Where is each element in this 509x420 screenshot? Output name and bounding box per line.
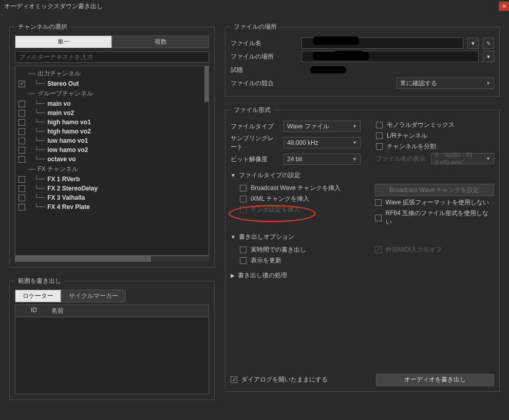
range-table-body[interactable] [15, 317, 209, 394]
bwf-insert-label: Broadcast Wave チャンクを挿入 [251, 184, 341, 193]
tempo-insert-checkbox [240, 206, 247, 213]
titlebar: オーディオミックスダウン書き出し ✕ [0, 0, 509, 12]
bwf-config-button: Broadcast Wave チャンクを設定 [375, 184, 495, 196]
tree-item[interactable]: └──low hamo vo2 [15, 145, 209, 155]
lr-checkbox[interactable] [376, 132, 383, 139]
ext-midi-checkbox [375, 246, 382, 253]
tree-checkbox[interactable] [18, 119, 25, 126]
post-process-header[interactable]: ▶ 書き出し後の処理 [231, 271, 494, 280]
file-format-group: ファイル形式 ファイルタイプ Wave ファイル▼ サンプリングレート 48.0… [225, 106, 500, 392]
preview-label: 試聴 [231, 66, 297, 74]
tree-group-header: ──出力チャンネル [15, 68, 209, 79]
tree-item[interactable]: └──luw hamo vo1 [15, 136, 209, 145]
channel-tree[interactable]: ──出力チャンネル └──Stereo Out──グループチャンネル └──ma… [15, 66, 209, 256]
split-checkbox[interactable] [376, 143, 383, 150]
filename-label: ファイル名 [231, 39, 297, 48]
fname-display-select: 3 : "audio - 01 (Left).wav"▼ [431, 153, 494, 164]
tab-multi[interactable]: 複数 [112, 35, 209, 48]
path-label: ファイルの場所 [231, 52, 297, 61]
update-display-label: 表示を更新 [251, 256, 281, 265]
tree-item[interactable]: └──Stereo Out [15, 79, 209, 88]
keep-dialog-checkbox[interactable] [231, 376, 237, 383]
bitdepth-label: ビット解像度 [231, 155, 279, 164]
horizontal-scrollbar[interactable] [15, 256, 209, 262]
tab-single[interactable]: 単一 [15, 35, 112, 48]
filetype-settings-header[interactable]: ▼ ファイルタイプの設定 [231, 171, 494, 180]
tree-item[interactable]: └──main vo2 [15, 108, 209, 118]
tree-item[interactable]: └──high hamo vo2 [15, 127, 209, 136]
scrollbar-thumb[interactable] [204, 66, 209, 102]
mono-checkbox[interactable] [376, 122, 383, 128]
filename-input[interactable] [301, 37, 463, 49]
export-range-group: 範囲を書き出し ロケーター サイクルマーカー ID 名前 [9, 277, 215, 400]
tree-checkbox[interactable] [18, 81, 25, 87]
export-button[interactable]: オーディオを書き出し [376, 374, 494, 386]
file-format-legend: ファイル形式 [231, 106, 274, 114]
fname-display-label: ファイル名の表示: [376, 155, 427, 163]
tab-locator[interactable]: ロケーター [15, 290, 61, 302]
tree-checkbox[interactable] [18, 176, 25, 183]
triangle-right-icon: ▶ [231, 273, 235, 278]
ixml-insert-checkbox[interactable] [240, 196, 247, 202]
tree-item[interactable]: └──octave vo [15, 155, 209, 164]
tree-checkbox[interactable] [18, 138, 25, 144]
tree-item[interactable]: └──main vo [15, 99, 209, 108]
update-display-checkbox[interactable] [240, 257, 247, 264]
ext-midi-label: 外部MIDI入力をオフ [386, 245, 442, 254]
tree-checkbox[interactable] [18, 147, 25, 154]
file-location-legend: ファイルの場所 [231, 23, 280, 31]
tree-item[interactable]: └──high hamo vo1 [15, 118, 209, 127]
col-id: ID [31, 307, 46, 315]
tree-checkbox[interactable] [18, 128, 25, 135]
range-table-header: ID 名前 [15, 304, 209, 317]
channel-legend: チャンネルの選択 [15, 23, 70, 31]
conflict-select[interactable]: 常に確認する▼ [397, 78, 494, 89]
no-rf64-label: RF64 互換のファイル形式を使用しない [386, 209, 495, 226]
filetype-select[interactable]: Wave ファイル▼ [284, 121, 361, 132]
bwf-insert-checkbox[interactable] [240, 185, 247, 192]
tempo-insert-label: テンポ設定を挿入 [251, 205, 300, 214]
path-dropdown[interactable]: ▼ [483, 51, 494, 62]
tab-cycle-marker[interactable]: サイクルマーカー [61, 290, 126, 302]
realtime-checkbox[interactable] [240, 246, 247, 253]
realtime-label: 実時間での書き出し [251, 245, 306, 254]
tree-item[interactable]: └──FX 4 Rev Plate [15, 202, 209, 212]
tree-checkbox[interactable] [18, 204, 25, 211]
mono-label: モノラルダウンミックス [387, 121, 455, 129]
triangle-down-icon: ▼ [231, 234, 236, 240]
conflict-label: ファイルの競合 [231, 79, 297, 88]
filetype-label: ファイルタイプ [231, 122, 279, 131]
no-rf64-checkbox[interactable] [375, 215, 382, 221]
no-wave-ext-checkbox[interactable] [375, 199, 382, 206]
samplerate-select[interactable]: 48.000 kHz▼ [284, 137, 361, 148]
path-input[interactable] [301, 51, 479, 62]
tree-checkbox[interactable] [18, 185, 25, 192]
filter-input[interactable] [15, 51, 209, 63]
tree-checkbox[interactable] [18, 110, 25, 117]
filename-dropdown[interactable]: ▼ [467, 37, 479, 49]
triangle-down-icon: ▼ [231, 173, 236, 178]
col-name: 名前 [51, 307, 64, 315]
range-legend: 範囲を書き出し [15, 277, 64, 285]
tree-checkbox[interactable] [18, 195, 25, 201]
tree-item[interactable]: └──FX 2 StereoDelay [15, 184, 209, 193]
no-wave-ext-label: Wave 拡張フォーマットを使用しない [386, 198, 489, 207]
tree-item[interactable]: └──FX 1 RVerb [15, 175, 209, 184]
edit-filename-button[interactable]: ✎ [483, 37, 494, 49]
tree-checkbox[interactable] [18, 101, 25, 107]
file-location-group: ファイルの場所 ファイル名 ▼ ✎ ファイルの場所 ▼ 試聴 ファイルの競合 常 [225, 23, 500, 97]
channel-selection-group: チャンネルの選択 単一 複数 ──出力チャンネル └──Stereo Out──… [9, 23, 215, 268]
preview-value [301, 64, 494, 75]
tree-group-header: ──グループチャンネル [15, 88, 209, 99]
close-button[interactable]: ✕ [499, 2, 509, 11]
samplerate-label: サンプリングレート [231, 134, 279, 151]
tree-group-header: ──FX チャンネル [15, 164, 209, 175]
tree-checkbox[interactable] [18, 156, 25, 163]
bitdepth-select[interactable]: 24 bit▼ [284, 154, 361, 165]
tree-item[interactable]: └──FX 3 Valhalla [15, 193, 209, 202]
export-options-header[interactable]: ▼ 書き出しオプション [231, 233, 494, 241]
lr-label: L/Rチャンネル [387, 131, 427, 140]
split-label: チャンネルを分割 [387, 142, 436, 151]
window-title: オーディオミックスダウン書き出し [4, 2, 103, 11]
ixml-insert-label: iXML チャンクを挿入 [251, 195, 309, 203]
